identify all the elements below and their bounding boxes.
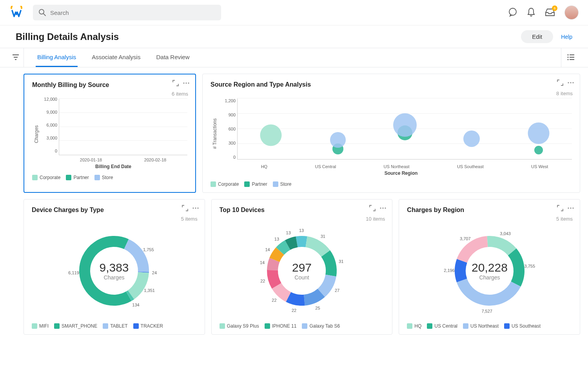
legend-item[interactable]: Partner [244,181,267,187]
svg-point-28 [385,207,386,208]
svg-text:7,527: 7,527 [481,309,492,314]
card-top10-devices[interactable]: Top 10 Devices 10 items 1331312725222222… [211,199,393,335]
bubble[interactable] [534,146,543,154]
donut-slice[interactable] [288,242,297,245]
item-count: 10 items [366,216,385,222]
svg-text:14: 14 [260,260,265,265]
donut-slice[interactable] [129,295,131,296]
donut-slice[interactable] [462,281,516,300]
legend-item[interactable]: MIFI [32,323,49,329]
donut-slice[interactable] [460,261,462,281]
inbox-icon[interactable]: 6 [545,8,555,18]
bubble[interactable] [463,130,480,147]
more-icon[interactable] [192,205,199,212]
card-monthly-billing[interactable]: Monthly Billing by Source 6 items Charge… [24,74,196,193]
bubble[interactable] [393,113,417,137]
legend-item[interactable]: Galaxy Tab S6 [302,323,340,329]
donut-slice[interactable] [512,252,519,284]
svg-text:6,119: 6,119 [69,270,80,275]
legend-item[interactable]: US Southeast [504,323,541,329]
search-input[interactable] [33,5,221,20]
svg-text:22: 22 [260,279,265,283]
expand-icon[interactable] [557,80,563,87]
svg-text:27: 27 [335,288,339,293]
svg-point-15 [568,82,569,83]
legend-item[interactable]: IPHONE 11 [265,323,297,329]
donut-slice[interactable] [280,245,287,251]
donut-center-value: 20,228 [472,261,508,274]
bell-icon[interactable] [527,7,535,18]
donut-slice[interactable] [304,293,321,300]
donut-slice[interactable] [277,286,289,297]
edit-button[interactable]: Edit [521,30,553,43]
x-axis-label: Source Region [230,170,572,176]
donut-slice[interactable] [274,251,280,260]
donut-slice[interactable] [272,260,274,270]
bubble[interactable] [528,123,549,144]
donut-slice[interactable] [326,254,331,276]
card-source-region[interactable]: Source Region and Type Analysis 8 items … [202,74,580,193]
donut-slice[interactable] [297,241,307,242]
svg-text:2,196: 2,196 [444,268,455,273]
card-device-charges[interactable]: Device Charges by Type 5 items 6,1191,75… [24,199,205,335]
avatar[interactable] [564,5,579,20]
bubble[interactable] [260,125,282,146]
expand-icon[interactable] [172,80,179,87]
bubble[interactable] [330,132,346,148]
legend-item[interactable]: TRACKER [133,323,163,329]
legend-item[interactable]: HQ [407,323,421,329]
svg-point-8 [568,56,569,58]
svg-text:1,755: 1,755 [143,247,154,252]
legend-item[interactable]: US Central [427,323,457,329]
svg-point-42 [570,207,571,208]
svg-text:22: 22 [272,298,276,303]
svg-point-27 [383,207,384,208]
legend-item[interactable]: SMART_PHONE [54,323,97,329]
donut-slice[interactable] [272,270,277,286]
legend-item[interactable]: Corporate [211,181,239,187]
list-view-icon[interactable] [567,54,575,62]
donut-slice[interactable] [127,244,144,272]
expand-icon[interactable] [369,205,376,212]
legend-item[interactable]: Partner [66,175,89,180]
legend-item[interactable]: TABLET [103,323,127,329]
search-box[interactable] [33,5,221,20]
x-axis-label: Billing End Date [39,164,187,169]
chat-icon[interactable] [508,7,517,18]
expand-icon[interactable] [557,205,563,212]
svg-point-43 [572,207,573,208]
tab-data-review[interactable]: Data Review [154,48,191,67]
donut-slice[interactable] [321,276,331,293]
workday-logo[interactable] [9,5,24,20]
donut-slice[interactable] [487,241,512,252]
donut-slice[interactable] [462,241,487,261]
expand-icon[interactable] [182,205,188,212]
svg-text:31: 31 [339,259,343,264]
donut-center-value: 9,383 [100,261,129,274]
svg-point-12 [183,82,184,83]
legend-item[interactable]: US Northeast [463,323,499,329]
svg-point-17 [572,82,573,83]
card-charges-region[interactable]: Charges by Region 5 items 3,7557,5272,19… [399,199,580,335]
donut-center-label: Count [294,274,309,281]
svg-point-0 [39,9,44,14]
legend-item[interactable]: Store [273,181,292,187]
legend-item[interactable]: Galaxy S9 Plus [220,323,259,329]
legend-item[interactable]: Corporate [32,175,60,180]
svg-text:13: 13 [286,230,291,235]
help-link[interactable]: Help [561,34,572,40]
donut-slice[interactable] [289,297,305,300]
tab-billing-analysis[interactable]: Billing Analysis [36,48,78,67]
more-icon[interactable] [567,205,574,212]
more-icon[interactable] [567,80,574,87]
filter-icon[interactable] [8,50,24,66]
donut-slice[interactable] [131,272,143,295]
legend-item[interactable]: Store [94,175,113,180]
card-title: Device Charges by Type [32,207,197,214]
svg-point-2 [509,8,516,15]
more-icon[interactable] [183,80,190,87]
more-icon[interactable] [379,205,387,212]
donut-slice[interactable] [307,242,326,254]
svg-point-26 [380,207,381,208]
tab-associate-analysis[interactable]: Associate Analysis [90,48,142,67]
